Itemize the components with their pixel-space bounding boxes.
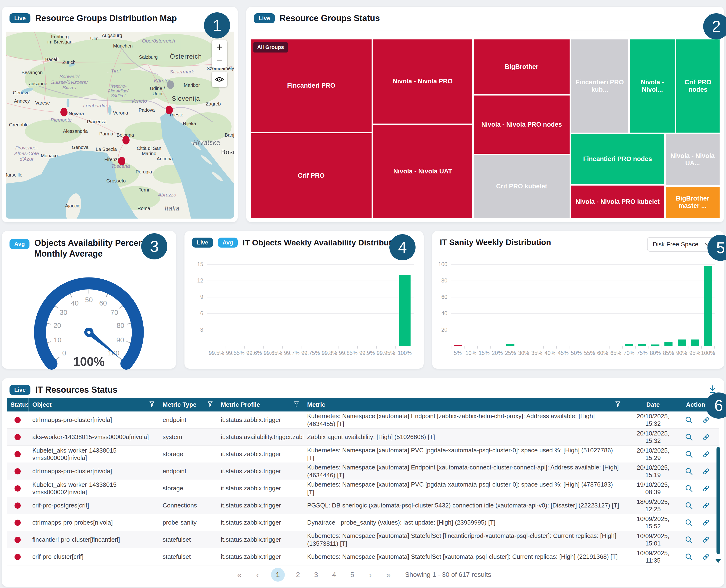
treemap-tile[interactable]: BigBrother master ... — [665, 186, 720, 218]
map-marker[interactable] — [167, 81, 174, 89]
chart-bar[interactable] — [454, 345, 462, 346]
pagination-page-1[interactable]: 1 — [271, 568, 285, 582]
chart-bar[interactable] — [678, 339, 686, 346]
table-row[interactable]: aks-worker-14338015-vmss00000a[nivola]sy… — [7, 428, 719, 446]
treemap-tile[interactable]: Nivola - Nivola PRO — [372, 39, 473, 124]
map-marker[interactable] — [60, 108, 67, 117]
map-label: Udine / Udin — [150, 86, 165, 97]
search-action-icon[interactable] — [685, 553, 693, 561]
metric-select[interactable]: Disk Free Space — [647, 237, 715, 252]
search-action-icon[interactable] — [685, 467, 693, 476]
treemap-tile[interactable]: Fincantieri PRO nodes — [570, 133, 665, 185]
map-zoom-controls: + − — [211, 40, 227, 68]
link-action-icon[interactable] — [702, 433, 710, 441]
pagination-prev[interactable]: ‹ — [253, 570, 262, 580]
search-action-icon[interactable] — [685, 536, 693, 544]
table-row[interactable]: Kubelet_aks-worker-14338015-vmss000002[n… — [7, 480, 719, 497]
treemap-tile[interactable]: Crif PRO kubelet — [473, 154, 570, 218]
link-action-icon[interactable] — [702, 502, 710, 510]
table-row[interactable]: fincantieri-pro-cluster[fincantieri]stat… — [7, 531, 719, 548]
table-row[interactable]: Kubelet_aks-worker-14338015-vmss000000[n… — [7, 446, 719, 463]
cell-metric-profile: it.status.zabbix.trigger — [217, 416, 303, 424]
link-action-icon[interactable] — [702, 467, 710, 476]
search-action-icon[interactable] — [685, 416, 693, 424]
chart-bar[interactable] — [399, 275, 410, 346]
treemap-tile[interactable]: Crif PRO — [250, 132, 372, 218]
x-axis-tick — [320, 346, 320, 349]
chart-bar[interactable] — [704, 266, 712, 346]
filter-icon[interactable] — [615, 401, 621, 408]
table-row[interactable]: crif-pro-postgres[crif]Connectionsit.sta… — [7, 497, 719, 514]
search-action-icon[interactable] — [685, 484, 693, 492]
status-dot — [15, 537, 21, 543]
search-action-icon[interactable] — [685, 433, 693, 441]
link-action-icon[interactable] — [702, 416, 710, 424]
pagination-first[interactable]: « — [235, 570, 244, 580]
x-axis-tick — [301, 346, 301, 349]
table-row[interactable]: ctrlrmapps-pro-cluster[nivola]endpointit… — [7, 463, 719, 480]
search-action-icon[interactable] — [685, 502, 693, 510]
x-axis-label: 45% — [558, 350, 569, 356]
treemap-tile[interactable]: Nivola - Nivola UA... — [665, 133, 720, 186]
link-action-icon[interactable] — [702, 519, 710, 527]
table-row[interactable]: ctrlrmapps-pro-cluster[nivola]endpointit… — [7, 412, 719, 428]
chart-bar[interactable] — [638, 344, 646, 346]
table-scrollbar[interactable] — [717, 447, 720, 554]
pagination-page-4[interactable]: 4 — [329, 571, 339, 579]
zoom-out-button[interactable]: − — [211, 54, 227, 68]
pagination-page-2[interactable]: 2 — [293, 571, 303, 579]
column-header-label: Metric Type — [163, 401, 197, 408]
link-action-icon[interactable] — [702, 553, 710, 561]
map-label: Varese — [35, 100, 50, 105]
search-action-icon[interactable] — [685, 450, 693, 458]
x-axis-label: 99.9% — [359, 350, 375, 356]
column-header-label: Date — [646, 401, 660, 408]
zoom-in-button[interactable]: + — [211, 40, 227, 54]
treemap-tile[interactable]: BigBrother — [473, 39, 570, 95]
pagination-last[interactable]: » — [384, 570, 393, 580]
chart-bar[interactable] — [625, 344, 633, 346]
treemap-tile[interactable]: Nivola - Nivol... — [629, 39, 675, 133]
cell-object: ctrlrmapps-pro-cluster[nivola] — [28, 416, 159, 424]
column-header-metric-type: Metric Type — [159, 398, 217, 412]
treemap-tile[interactable]: Nivola - Nivola PRO nodes — [473, 95, 570, 154]
pagination-next[interactable]: › — [366, 570, 375, 580]
y-axis-label: 12 — [197, 277, 207, 284]
map-marker[interactable] — [166, 106, 173, 114]
treemap-tile[interactable]: Fincantieri PRO — [250, 39, 372, 132]
chart-bar[interactable] — [664, 342, 672, 346]
filter-icon[interactable] — [207, 401, 213, 408]
filter-icon[interactable] — [293, 401, 300, 408]
treemap-tile[interactable]: Fincantieri PRO kub... — [570, 39, 629, 133]
x-axis-tick — [226, 346, 226, 349]
link-action-icon[interactable] — [702, 450, 710, 458]
cell-actions — [681, 553, 713, 561]
visibility-button[interactable] — [211, 71, 227, 87]
filter-icon[interactable] — [149, 401, 155, 408]
gauge-tick-label: 50 — [85, 296, 93, 303]
treemap-tile[interactable]: Crif PRO nodes — [675, 39, 720, 133]
map-label: Veneto — [131, 98, 147, 104]
link-action-icon[interactable] — [702, 484, 710, 492]
map-marker[interactable] — [118, 157, 125, 165]
search-action-icon[interactable] — [685, 519, 693, 527]
pagination-page-5[interactable]: 5 — [347, 571, 357, 579]
table-row[interactable]: crif-pro-cluster[crif]statefulsetit.stat… — [7, 548, 719, 565]
chart-bar[interactable] — [506, 344, 515, 346]
treemap-tile[interactable]: Nivola - Nivola PRO kubelet — [570, 185, 665, 218]
cell-date: 10/09/2025, 11:35 — [625, 549, 681, 564]
map-viewport[interactable]: Freiburg im BreisgauAugsburgUlmMünchenOb… — [6, 31, 234, 218]
pagination-page-3[interactable]: 3 — [311, 571, 321, 579]
x-axis-tick — [556, 346, 557, 349]
map-label: Grenoble — [9, 122, 28, 127]
all-groups-chip[interactable]: All Groups — [254, 42, 288, 52]
scroll-down-icon[interactable] — [715, 559, 721, 563]
chart-bar[interactable] — [651, 344, 660, 346]
chart-bar[interactable] — [691, 339, 699, 346]
x-axis-tick — [263, 346, 264, 349]
table-row[interactable]: ctrlrmapps-pro-probes[nivola]probe-sanit… — [7, 514, 719, 531]
link-action-icon[interactable] — [702, 536, 710, 544]
divider — [191, 254, 417, 254]
map-marker[interactable] — [122, 136, 129, 144]
treemap-tile[interactable]: Nivola - Nivola UAT — [372, 124, 473, 218]
